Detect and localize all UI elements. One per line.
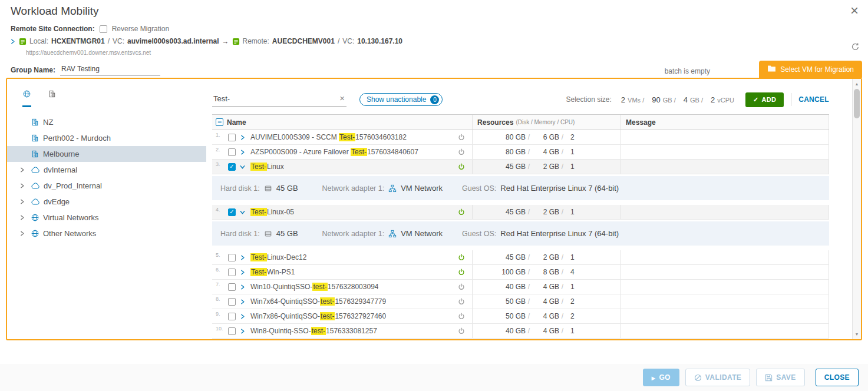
chevron-icon[interactable] bbox=[239, 284, 247, 290]
row-checkbox[interactable] bbox=[228, 313, 236, 320]
sidebar-tree-item[interactable]: Other Networks bbox=[7, 226, 206, 241]
chevron-right-icon[interactable] bbox=[19, 214, 27, 221]
folder-icon bbox=[767, 65, 776, 74]
sidebar-tree-item[interactable]: dv_Prod_Internal bbox=[7, 178, 206, 194]
chevron-icon[interactable] bbox=[239, 209, 247, 216]
sidebar-tree-item[interactable]: NZ bbox=[7, 114, 206, 130]
row-checkbox[interactable] bbox=[228, 148, 236, 156]
table-row[interactable]: 10. Win8-Quintiq-SSO-test-1576333081257 … bbox=[212, 324, 829, 339]
go-button[interactable]: GO bbox=[643, 369, 679, 386]
chevron-icon[interactable] bbox=[239, 313, 247, 320]
chevron-right-icon[interactable] bbox=[19, 167, 27, 173]
row-number: 7. bbox=[216, 280, 225, 287]
search-wrap bbox=[212, 92, 346, 107]
resources-header: Resources bbox=[477, 118, 513, 127]
chevron-icon[interactable] bbox=[239, 269, 247, 276]
row-checkbox[interactable] bbox=[228, 283, 236, 291]
toolbar-divider bbox=[791, 93, 791, 106]
close-icon[interactable] bbox=[850, 4, 859, 18]
table-row[interactable]: 3. Test-Linux 45 GB/ 2 GB/ 1 bbox=[212, 160, 829, 174]
chevron-icon[interactable] bbox=[239, 328, 247, 334]
scroll-up-icon[interactable] bbox=[853, 79, 861, 88]
chevron-icon[interactable] bbox=[239, 134, 247, 141]
remote-site-connection-row: Remote Site Connection: Reverse Migratio… bbox=[11, 25, 169, 33]
resources-cell: 45 GB/ 2 GB/ 1 bbox=[473, 205, 621, 219]
chevron-icon[interactable] bbox=[239, 299, 247, 305]
chevron-icon[interactable] bbox=[239, 254, 247, 261]
reverse-migration-checkbox[interactable] bbox=[100, 25, 107, 33]
search-input[interactable] bbox=[212, 92, 346, 107]
tab-networks[interactable] bbox=[22, 90, 31, 107]
row-number: 10. bbox=[216, 324, 225, 332]
scroll-down-icon[interactable] bbox=[853, 330, 861, 339]
add-button[interactable]: ADD bbox=[745, 92, 784, 107]
site-pair-breadcrumb: Local: HCXENTMGR01 / VC: auvimel000s003.… bbox=[9, 37, 402, 45]
save-icon bbox=[765, 374, 773, 382]
vm-detail-row: Hard disk 1: 45 GB Network adapter 1: VM… bbox=[212, 221, 829, 246]
select-all-checkbox[interactable] bbox=[216, 118, 223, 126]
vm-name: AZSP000S009 - Azure Failover Test-157603… bbox=[250, 148, 418, 156]
chevron-right-icon[interactable] bbox=[19, 198, 27, 205]
chevron-right-icon[interactable] bbox=[19, 230, 27, 237]
message-header: Message bbox=[626, 118, 656, 127]
table-row[interactable]: 9. Win7x86-QuintiqSSO-test-1576327927460… bbox=[212, 309, 829, 324]
table-row[interactable]: 7. Win10-QuintiqSSO-test-1576328003094 4… bbox=[212, 280, 829, 294]
validate-button[interactable]: VALIDATE bbox=[685, 369, 750, 386]
row-checkbox[interactable] bbox=[228, 327, 236, 335]
resources-cell: 45 GB/ 2 GB/ 1 bbox=[473, 250, 621, 264]
power-icon bbox=[458, 269, 465, 276]
row-checkbox[interactable] bbox=[228, 254, 236, 261]
page-title: Workload Mobility bbox=[11, 5, 99, 18]
resources-cell: 50 GB/ 4 GB/ 2 bbox=[473, 294, 621, 309]
network-adapter-icon bbox=[388, 230, 397, 238]
select-vm-migration-tab[interactable]: Select VM for Migration bbox=[759, 61, 862, 78]
table-row[interactable]: 4. Test-Linux-05 45 GB/ 2 GB/ 1 bbox=[212, 205, 829, 220]
power-icon bbox=[458, 208, 465, 216]
expand-chevron-icon[interactable] bbox=[9, 38, 16, 45]
chevron-icon[interactable] bbox=[239, 149, 247, 155]
sidebar-tree-item[interactable]: Virtual Networks bbox=[7, 210, 206, 226]
sidebar-tree-item[interactable]: Perth002 - Murdoch bbox=[7, 130, 206, 146]
save-button[interactable]: SAVE bbox=[756, 369, 804, 386]
sidebar-tree-item[interactable]: dvEdge bbox=[7, 194, 206, 210]
row-checkbox[interactable] bbox=[228, 269, 236, 276]
row-checkbox[interactable] bbox=[228, 208, 236, 216]
unactionable-count-badge: 0 bbox=[430, 95, 439, 104]
refresh-icon[interactable] bbox=[851, 42, 860, 51]
site-arrow: → bbox=[222, 37, 229, 45]
cancel-button[interactable]: CANCEL bbox=[798, 95, 829, 104]
resources-cell: 80 GB/ 6 GB/ 2 bbox=[473, 130, 621, 144]
row-number: 1. bbox=[216, 130, 225, 138]
tab-datacenters[interactable] bbox=[48, 90, 57, 107]
table-row[interactable]: 1. AUVIMEL000S309 - SCCM Test-1576034603… bbox=[212, 130, 829, 145]
show-unactionable-button[interactable]: Show unactionable 0 bbox=[359, 93, 443, 106]
close-button[interactable]: CLOSE bbox=[816, 369, 859, 386]
row-checkbox[interactable] bbox=[228, 134, 236, 141]
table-row[interactable]: 8. Win7x64-QuintiqSSO-test-1576329347779… bbox=[212, 294, 829, 309]
chevron-right-icon[interactable] bbox=[19, 183, 27, 189]
sidebar-tree-item[interactable]: Melbourne bbox=[7, 146, 206, 162]
group-name-input[interactable] bbox=[60, 64, 160, 76]
chevron-icon[interactable] bbox=[239, 164, 247, 170]
resources-cell: 45 GB/ 2 GB/ 1 bbox=[473, 160, 621, 174]
power-icon bbox=[458, 163, 465, 170]
table-row[interactable]: 6. Test-Win-PS1 100 GB/ 8 GB/ 4 bbox=[212, 265, 829, 280]
table-row[interactable]: 5. Test-Linux-Dec12 45 GB/ 2 GB/ 1 bbox=[212, 250, 829, 265]
sidebar-tree-item[interactable]: dvInternal bbox=[7, 162, 206, 178]
panel-scrollbar[interactable] bbox=[852, 79, 861, 339]
resources-cell: 80 GB/ 4 GB/ 1 bbox=[473, 145, 621, 159]
message-cell bbox=[621, 130, 829, 144]
site-url: https://auecdchemv001.downer.msv.entsvcs… bbox=[26, 49, 151, 56]
vm-selection-pane: Show unactionable 0 Selection size: 2VMs… bbox=[206, 79, 861, 339]
selection-metric-cpu: 2vCPU bbox=[711, 95, 734, 104]
datacenter-icon bbox=[31, 150, 39, 158]
check-icon bbox=[753, 96, 759, 104]
row-number: 8. bbox=[216, 294, 225, 302]
scrollbar-thumb[interactable] bbox=[854, 89, 860, 118]
row-checkbox[interactable] bbox=[228, 298, 236, 306]
network-tree-pane: NZ Perth002 - Murdoch Melbourne dvIntern… bbox=[7, 79, 206, 339]
row-checkbox[interactable] bbox=[228, 163, 236, 171]
message-cell bbox=[621, 205, 829, 219]
search-clear-icon[interactable] bbox=[339, 93, 345, 103]
table-row[interactable]: 2. AZSP000S009 - Azure Failover Test-157… bbox=[212, 145, 829, 160]
